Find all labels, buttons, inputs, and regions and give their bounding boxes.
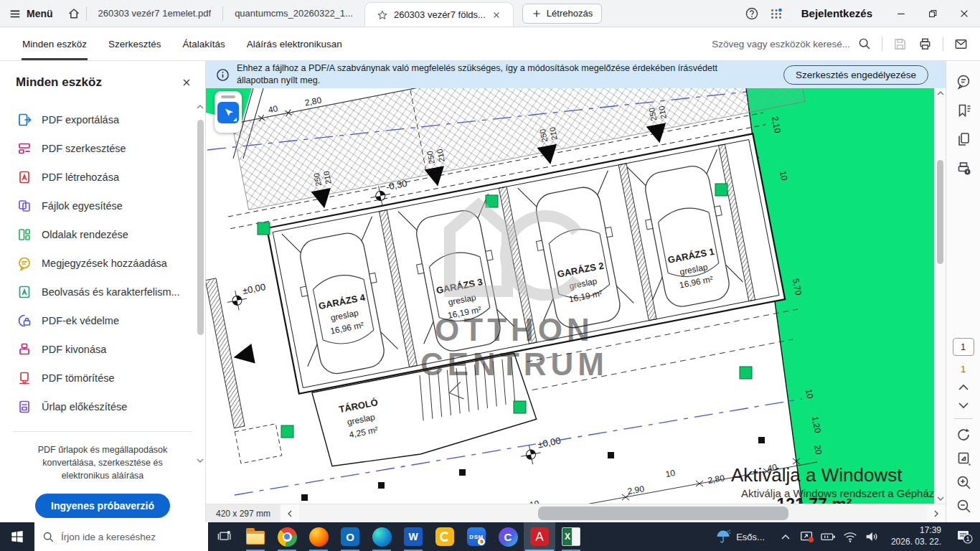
close-tab-icon[interactable] xyxy=(491,10,501,20)
share-mail-button[interactable] xyxy=(953,37,969,52)
floorplan-drawing: 40 2,80 10 250 210 250 210 xyxy=(206,88,934,504)
taskbar-app-chrome[interactable] xyxy=(271,522,303,551)
taskbar-search-input[interactable]: Írjon ide a kereséshez xyxy=(34,522,208,551)
scroll-left-button[interactable] xyxy=(281,510,299,517)
tool-edit-pdf[interactable]: PDF szerkesztése xyxy=(0,134,205,163)
tray-expand-button[interactable] xyxy=(776,533,795,540)
date-label: 2026. 03. 22. xyxy=(891,537,941,548)
tool-label: PDF szerkesztése xyxy=(42,143,126,154)
scroll-up-icon[interactable] xyxy=(935,90,946,96)
taskbar-app-outlook[interactable]: O xyxy=(334,522,366,551)
sidebar-close-button[interactable] xyxy=(181,77,192,88)
taskbar-app-word[interactable]: W xyxy=(397,522,429,551)
floating-quick-tool[interactable] xyxy=(215,91,242,133)
tab-1emelet[interactable]: 260303 vezér7 1emelet.pdf xyxy=(87,0,223,27)
tool-create-pdf[interactable]: PDF létrehozása xyxy=(0,163,205,192)
battery-tray-icon[interactable] xyxy=(819,529,838,545)
task-view-button[interactable] xyxy=(208,522,240,551)
taskbar-app-edge[interactable] xyxy=(366,522,397,551)
tab-label: 260303 vezér7 1emelet.pdf xyxy=(98,8,212,19)
tab-folds-active[interactable]: 260303 vezér7 földs... xyxy=(364,2,514,27)
menu-button[interactable]: Menü xyxy=(0,0,62,27)
print-production-button[interactable] xyxy=(956,160,971,176)
current-page-input[interactable]: 1 xyxy=(953,338,974,356)
tool-combine-files[interactable]: Fájlok egyesítése xyxy=(0,192,205,220)
next-page-button[interactable] xyxy=(957,400,970,410)
tool-label: Űrlap előkészítése xyxy=(42,401,127,413)
tool-label: PDF kivonása xyxy=(42,344,106,355)
bookmarks-panel-button[interactable] xyxy=(956,103,971,118)
search-field[interactable]: Szöveg vagy eszközök keresé... xyxy=(712,37,872,51)
firefox-icon xyxy=(309,527,329,547)
menu-edit[interactable]: Szerkesztés xyxy=(98,27,172,60)
tool-organize-pages[interactable]: Oldalak rendezése xyxy=(0,220,205,249)
weather-widget[interactable]: Esős... xyxy=(707,522,773,551)
all-tools-sidebar: Minden eszköz PDF exportálása PDF szerke… xyxy=(0,61,206,522)
taskbar-app-canva[interactable]: C xyxy=(492,522,524,551)
scroll-down-icon[interactable] xyxy=(935,496,946,501)
create-button[interactable]: Létrehozás xyxy=(522,4,602,24)
screen-share-tray-icon[interactable] xyxy=(798,529,816,545)
clock-widget[interactable]: 17:39 2026. 03. 22. xyxy=(884,522,948,551)
rotate-page-button[interactable] xyxy=(956,427,971,443)
horizontal-scroll-thumb[interactable] xyxy=(538,507,789,520)
enable-editing-button[interactable]: Szerkesztés engedélyezése xyxy=(783,65,928,85)
start-button[interactable] xyxy=(0,522,34,551)
tool-compress-pdf[interactable]: PDF tömörítése xyxy=(0,364,205,392)
volume-tray-icon[interactable] xyxy=(862,529,881,545)
notification-icon: 1 xyxy=(955,528,974,545)
zoom-out-button[interactable] xyxy=(956,498,971,514)
tool-scan-ocr[interactable]: Beolvasás és karakterfelism... xyxy=(0,278,205,306)
drag-handle[interactable] xyxy=(221,95,235,98)
taskbar-app-excel[interactable]: X xyxy=(555,522,587,551)
save-button[interactable] xyxy=(892,37,908,52)
document-canvas[interactable]: 40 2,80 10 250 210 250 210 xyxy=(206,88,934,504)
menu-all-tools[interactable]: Minden eszköz xyxy=(11,27,98,60)
previous-page-button[interactable] xyxy=(957,382,970,392)
tool-add-comments[interactable]: Megjegyzések hozzáadása xyxy=(0,249,205,278)
free-trial-button[interactable]: Ingyenes próbaverzió xyxy=(35,494,170,518)
taskbar-app-explorer[interactable] xyxy=(240,522,271,551)
taskbar-app-photos[interactable] xyxy=(429,522,461,551)
close-window-button[interactable] xyxy=(948,0,980,27)
scroll-down-icon[interactable] xyxy=(197,458,204,463)
scroll-right-button[interactable] xyxy=(927,510,946,517)
restore-button[interactable] xyxy=(917,0,948,27)
svg-text:10: 10 xyxy=(778,170,789,182)
apps-grid-button[interactable] xyxy=(764,0,788,27)
home-button[interactable] xyxy=(62,0,86,27)
svg-text:Aktiválja a Windows rendszert: Aktiválja a Windows rendszert a Gépházba… xyxy=(741,487,934,499)
wifi-tray-icon[interactable] xyxy=(841,529,859,545)
sign-in-button[interactable]: Bejelentkezés xyxy=(788,7,885,19)
sidebar-header: Minden eszköz xyxy=(0,71,205,100)
tool-prepare-form[interactable]: Űrlap előkészítése xyxy=(0,392,205,421)
print-button[interactable] xyxy=(918,37,933,52)
taskbar-app-acrobat[interactable] xyxy=(524,522,555,551)
taskbar-app-dsm[interactable]: DSM xyxy=(461,522,492,551)
menu-convert[interactable]: Átalakítás xyxy=(172,27,236,60)
tool-label: Megjegyzések hozzáadása xyxy=(42,258,167,269)
document-vertical-scrollbar[interactable] xyxy=(934,88,946,504)
star-icon[interactable] xyxy=(377,9,388,21)
vertical-scroll-thumb[interactable] xyxy=(937,160,943,264)
menu-esign[interactable]: Aláírás elektronikusan xyxy=(236,27,353,60)
zoom-in-button[interactable] xyxy=(956,474,971,490)
action-center-button[interactable]: 1 xyxy=(948,522,980,551)
sidebar-scroll-thumb[interactable] xyxy=(197,120,204,335)
comments-panel-button[interactable] xyxy=(956,74,971,90)
fit-page-button[interactable] xyxy=(956,451,971,466)
tool-extract-pdf[interactable]: PDF kivonása xyxy=(0,335,205,364)
help-button[interactable] xyxy=(740,0,764,27)
horizontal-scrollbar[interactable] xyxy=(299,504,927,522)
page-thumbnails-button[interactable] xyxy=(956,131,971,147)
comment-icon xyxy=(956,74,971,90)
scroll-up-icon[interactable] xyxy=(197,104,204,110)
taskbar-app-firefox[interactable] xyxy=(303,522,334,551)
select-tool-button[interactable] xyxy=(217,102,239,123)
search-icon xyxy=(42,531,55,543)
tool-export-pdf[interactable]: PDF exportálása xyxy=(0,105,205,134)
minimize-button[interactable] xyxy=(885,0,917,27)
tab-quantumcms[interactable]: quantumcms_20260322_1... xyxy=(223,0,364,27)
tool-protect-pdf[interactable]: PDF-ek védelme xyxy=(0,306,205,335)
sidebar-scrollbar[interactable] xyxy=(196,104,204,463)
